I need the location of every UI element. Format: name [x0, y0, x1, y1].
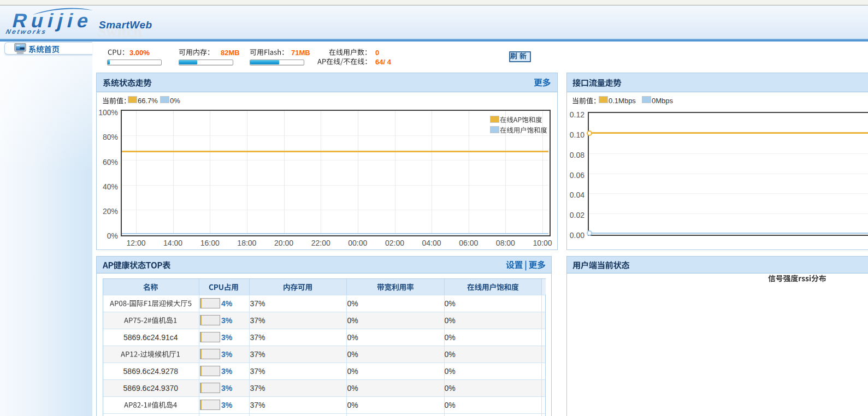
svg-text:Networks: Networks [5, 28, 48, 35]
